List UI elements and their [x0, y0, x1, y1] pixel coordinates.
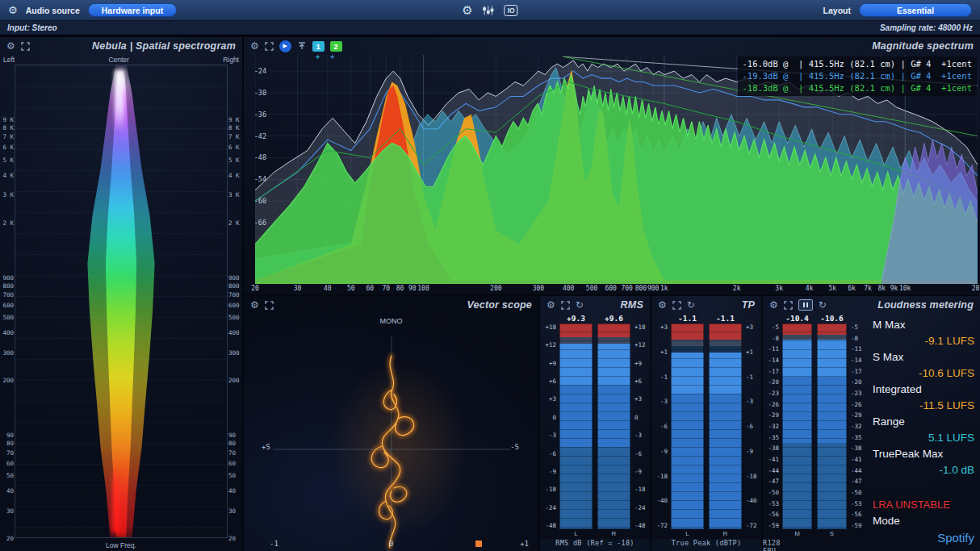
infobar: Input: Stereo Sampling rate: 48000 Hz — [0, 21, 980, 35]
loudness-pause-button[interactable] — [798, 299, 813, 311]
rms-channel-label-left: L — [559, 529, 593, 539]
rms-peak-left: +9.3 — [559, 314, 593, 324]
db-axis: -24-30-36-42-48-54-60-66 — [249, 55, 266, 284]
stat-label: S Max — [873, 349, 974, 365]
loudness-channel-label-s: S — [817, 529, 847, 539]
scope-tick-zero: 0 — [389, 540, 393, 548]
sliders-icon[interactable] — [483, 6, 495, 15]
tp-title: TP — [701, 299, 755, 311]
loudness-stat-rows: M Max-9.1 LUFSS Max-10.6 LUFSIntegrated-… — [873, 317, 974, 478]
topbar-tools: ⚙ IO — [462, 3, 517, 18]
tp-caption: True Peak (dBTP) — [651, 539, 761, 551]
spectrum-body: -24-30-36-42-48-54-60-66 203040506070809… — [244, 55, 980, 294]
spectrum-fullscreen-icon[interactable] — [265, 42, 274, 51]
spectrogram-red-streak — [112, 466, 119, 532]
nebula-lowfreq-label: Low Freq. — [0, 541, 242, 549]
loudness-reset-icon[interactable]: ↻ — [819, 300, 827, 310]
rms-level-meter-right — [597, 324, 630, 529]
peak-hold-icon[interactable] — [297, 41, 307, 51]
scope-settings-icon[interactable]: ⚙ — [250, 300, 259, 310]
rms-meter-body: +18+12+9+6+30-3-6-9-18-24-48 +9.3 L +9.6… — [542, 314, 648, 539]
nebula-spectrogram — [15, 65, 228, 538]
spectrum-title: Magnitude spectrum — [348, 40, 974, 52]
rms-header: ⚙ ↻ RMS — [540, 296, 650, 314]
rms-caption: RMS dB (Ref = -18) — [540, 539, 650, 551]
vector-scope-panel: ⚙ Vector scope MONO +S -S -1 0 +1 — [244, 296, 538, 551]
rms-peak-right: +9.6 — [597, 314, 630, 324]
rms-title: RMS — [589, 299, 643, 311]
loudness-stats: M Max-9.1 LUFSS Max-10.6 LUFSIntegrated-… — [868, 315, 976, 548]
rms-reset-icon[interactable]: ↻ — [576, 300, 584, 310]
loudness-m-channel: -10.4 M — [780, 314, 815, 539]
loudness-title: Loudness metering — [832, 299, 974, 311]
essential-layout-button[interactable]: Essential — [859, 3, 972, 17]
hardware-input-button[interactable]: Hardware input — [88, 3, 177, 17]
tp-level-meter-right — [709, 324, 742, 529]
curve-2-button[interactable]: 2 — [330, 41, 342, 52]
input-info: Input: Stereo — [7, 23, 57, 32]
nebula-right-label: Right — [223, 56, 239, 64]
settings-icon[interactable]: ⚙ — [462, 3, 472, 18]
add-curve-1-icon[interactable]: + — [316, 53, 320, 61]
loudness-header: ⚙ ↻ Loudness metering — [763, 296, 980, 314]
correlation-marker — [475, 541, 482, 547]
sampling-rate-info: Sampling rate: 48000 Hz — [880, 23, 973, 32]
tp-settings-icon[interactable]: ⚙ — [658, 300, 667, 310]
rms-fullscreen-icon[interactable] — [561, 301, 570, 310]
loudness-fullscreen-icon[interactable] — [784, 301, 793, 310]
loudness-scale-right: -5-8-11-14-17-20-23-26-29-32-35-38-41-44… — [849, 314, 865, 539]
spectrum-settings-icon[interactable]: ⚙ — [250, 41, 259, 51]
rms-level-meter-left — [559, 324, 593, 529]
plus-s-label: +S — [262, 443, 270, 451]
stat-value: -1.0 dB — [873, 462, 974, 478]
audio-source-group: ⚙ Audio source Hardware input — [8, 3, 177, 17]
rms-settings-icon[interactable]: ⚙ — [547, 300, 555, 310]
cursor-readouts: -16.0dB @ | 415.5Hz (82.1 cm) | G# 4 +1c… — [738, 56, 977, 96]
scope-fullscreen-icon[interactable] — [265, 301, 274, 310]
nebula-fullscreen-icon[interactable] — [21, 42, 30, 51]
scope-tick-plus1: +1 — [520, 540, 529, 548]
stat-label: TruePeak Max — [873, 446, 974, 462]
add-curve-2-icon[interactable]: + — [330, 53, 334, 61]
audio-source-settings-icon[interactable]: ⚙ — [8, 4, 18, 16]
nebula-left-label: Left — [3, 56, 15, 64]
loudness-level-meter-m — [782, 324, 812, 529]
loudness-channel-label-m: M — [782, 529, 812, 539]
scope-header: ⚙ Vector scope — [244, 296, 538, 314]
minus-s-label: -S — [510, 443, 519, 451]
nebula-freq-scale-left: 9 K8 K7 K6 K5 K4 K3 K2 K9008007006005004… — [1, 65, 14, 538]
rms-panel: ⚙ ↻ RMS +18+12+9+6+30-3-6-9-18-24-48 +9.… — [540, 296, 650, 551]
layout-group: Layout Essential — [823, 3, 972, 17]
loudness-settings-icon[interactable]: ⚙ — [769, 300, 778, 310]
topbar: ⚙ Audio source Hardware input ⚙ IO Layou… — [0, 0, 980, 21]
app-root: ⚙ Audio source Hardware input ⚙ IO Layou… — [0, 0, 980, 551]
nebula-title: Nebula | Spatial spectrogram — [36, 40, 236, 52]
scope-title: Vector scope — [279, 299, 532, 311]
play-pause-button[interactable]: ▶ — [279, 40, 291, 52]
stat-label: M Max — [873, 317, 974, 333]
tp-scale-right: +3+1-1-3-6-9-18-40-72 — [744, 314, 760, 539]
curve-1-button[interactable]: 1 — [312, 41, 325, 52]
loudness-meter-body: -5-8-11-14-17-20-23-26-29-32-35-38-41-44… — [764, 314, 865, 539]
tp-reset-icon[interactable]: ↻ — [687, 300, 695, 310]
lra-status-badge: LRA UNSTABLE — [873, 497, 974, 513]
loudness-peak-s: -10.6 — [817, 314, 847, 324]
spectrogram-white-streak — [115, 70, 124, 131]
tp-channel-label-left: L — [671, 529, 704, 539]
nebula-settings-icon[interactable]: ⚙ — [6, 41, 15, 51]
stat-value: -11.5 LUFS — [873, 398, 974, 414]
io-routing-icon[interactable]: IO — [505, 5, 518, 16]
stat-label: Integrated — [873, 382, 974, 398]
stats-spacer — [873, 478, 974, 497]
rms-meter-zone: +18+12+9+6+30-3-6-9-18-24-48 +9.3 L +9.6… — [540, 296, 650, 551]
rms-scale-right: +18+12+9+6+30-3-6-9-18-24-48 — [633, 314, 648, 539]
tp-meter-body: +3+1-1-3-6-9-18-40-72 -1.1 L -1.1 R +3+1… — [653, 314, 760, 539]
rms-right-channel: +9.6 R — [595, 314, 633, 539]
lissajous-trace-glow — [371, 356, 413, 548]
tp-fullscreen-icon[interactable] — [672, 301, 681, 310]
mode-value[interactable]: Spotify — [873, 529, 974, 546]
tp-scale-left: +3+1-1-3-6-9-18-40-72 — [653, 314, 668, 539]
tp-peak-left: -1.1 — [671, 314, 704, 324]
loudness-s-channel: -10.6 S — [815, 314, 849, 539]
loudness-panel: ⚙ ↻ Loudness metering -5-8-11-14-17-20-2… — [763, 296, 980, 551]
